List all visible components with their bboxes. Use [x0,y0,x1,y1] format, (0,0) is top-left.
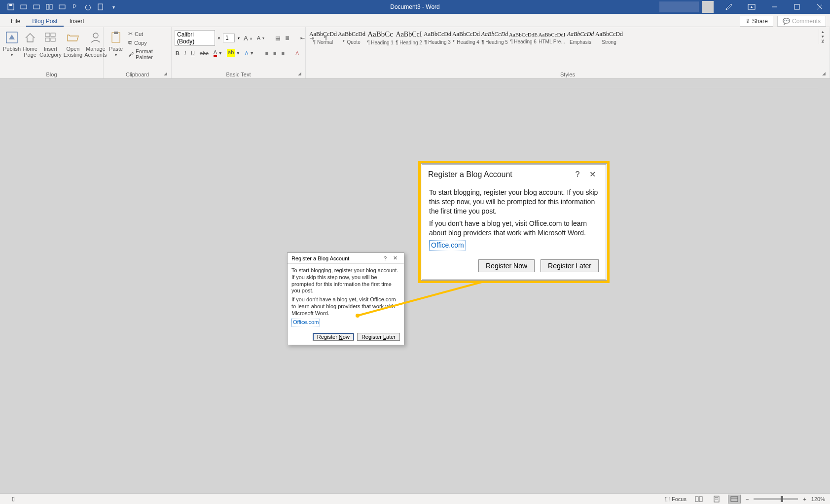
font-size-select[interactable]: 1 [223,34,235,42]
underline-button[interactable]: U [190,50,196,57]
font-name-select[interactable]: Calibri (Body) [175,30,215,46]
style-item[interactable]: AaBbCcDdStrong [595,29,623,46]
style-item[interactable]: AaBbCcDd¶ Heading 4 [452,29,480,46]
tab-file[interactable]: File [5,15,26,27]
register-now-button[interactable]: Register Now [313,333,354,341]
home-page-button[interactable]: Home Page [23,29,37,58]
text-effects-button[interactable]: A▾ [244,49,254,57]
callout-office-link[interactable]: Office.com [429,240,466,251]
publish-button[interactable]: Publish▾ [3,29,21,57]
style-name: ¶ Heading 5 [481,39,508,45]
callout-close-button[interactable]: ✕ [585,170,600,179]
status-left[interactable]: ▯ [0,496,15,502]
clipboard-launcher[interactable]: ◢ [164,71,170,77]
basic-text-launcher[interactable]: ◢ [298,71,304,77]
copy-button[interactable]: ⧉Copy [127,39,168,46]
tab-insert[interactable]: Insert [64,15,90,27]
zoom-slider[interactable] [754,498,798,500]
web-layout-button[interactable] [728,495,741,504]
group-label-blog: Blog [3,71,100,78]
align-right-button[interactable]: ≡ [281,50,286,57]
qat-icon-3[interactable] [33,3,40,11]
style-item[interactable]: AaBbCcDdEmphasis [566,29,595,46]
style-item[interactable]: AaBbCcDdE¶ Heading 6 [509,29,538,46]
bold-button[interactable]: B [175,50,180,57]
qat-icon-2[interactable] [20,3,28,11]
document-area[interactable]: Register a Blog Account ? ✕ To start blo… [0,79,830,490]
highlight-button[interactable]: ab▾ [226,49,241,57]
draw-mode-icon[interactable] [719,0,739,14]
cut-button[interactable]: ✂Cut [127,30,168,37]
page-top-edge [12,88,818,88]
style-item[interactable]: AaBbCcDdIHTML Pre... [538,29,566,46]
clear-formatting-button[interactable]: A [294,50,300,57]
decrease-indent-button[interactable]: ⇤ [299,35,306,42]
svg-point-18 [93,33,98,38]
strikethrough-button[interactable]: abc [199,50,210,57]
share-button[interactable]: ⇪Share [740,16,773,27]
publish-icon [4,30,19,45]
style-item[interactable]: AaBbCcI¶ Heading 2 [395,29,423,46]
align-center-button[interactable]: ≡ [272,50,277,57]
read-mode-button[interactable] [692,495,705,504]
callout-titlebar[interactable]: Register a Blog Account ? ✕ [422,165,606,184]
style-item[interactable]: AaBbCcDd¶ Heading 3 [423,29,452,46]
comments-button[interactable]: 💬Comments [777,16,826,27]
qat-icon-5[interactable] [58,3,66,11]
callout-text-1: To start blogging, register your blog ac… [429,188,599,216]
grow-font-button[interactable]: A▴ [243,34,253,42]
print-layout-button[interactable] [710,495,723,504]
user-name-block[interactable] [659,1,699,12]
zoom-thumb[interactable] [781,496,783,502]
svg-rect-3 [34,5,39,9]
style-item[interactable]: AaBbCcDd¶ Quote [337,29,366,46]
dialog-close-button[interactable]: ✕ [390,255,400,261]
shrink-font-button[interactable]: A▾ [256,35,265,41]
numbering-button[interactable]: ≣ [284,35,290,42]
tab-blog-post[interactable]: Blog Post [26,15,63,27]
paste-button[interactable]: Paste▾ [107,29,125,57]
group-label-basic-text: Basic Text [175,71,302,78]
new-doc-icon[interactable] [97,3,105,11]
style-preview: AaBbCcDd [338,31,365,38]
italic-button[interactable]: I [183,50,187,57]
zoom-level[interactable]: 120% [811,496,825,502]
styles-up-icon[interactable]: ▴ [819,29,827,34]
style-item[interactable]: AaBbCcDd¶ Heading 5 [480,29,509,46]
styles-scroll[interactable]: ▴ ▾ ⊻ [819,29,827,44]
office-link[interactable]: Office.com [291,319,320,326]
open-existing-button[interactable]: Open Existing [64,29,83,58]
callout-register-now-button[interactable]: Register Now [478,259,535,272]
ribbon-display-icon[interactable] [741,0,762,14]
dialog-help-button[interactable]: ? [380,255,390,261]
font-color-button[interactable]: A▾ [213,49,223,57]
align-left-button[interactable]: ≡ [264,50,269,57]
format-painter-button[interactable]: 🖌Format Painter [127,48,168,61]
zoom-out-button[interactable]: − [746,496,749,502]
insert-category-button[interactable]: Insert Category [39,29,62,58]
dialog-titlebar[interactable]: Register a Blog Account ? ✕ [288,253,404,264]
bullets-button[interactable]: ▤ [274,35,281,42]
focus-mode-button[interactable]: ⬚ Focus [664,495,687,503]
save-icon[interactable] [7,3,15,11]
callout-text-2: If you don't have a blog yet, visit Offi… [429,219,599,238]
register-later-button[interactable]: Register Later [357,333,400,341]
minimize-button[interactable] [764,0,785,14]
qat-icon-6[interactable] [71,3,79,11]
undo-icon[interactable] [84,3,92,11]
zoom-in-button[interactable]: + [803,496,806,502]
styles-more-icon[interactable]: ⊻ [819,39,827,44]
callout-help-button[interactable]: ? [570,170,585,179]
user-avatar[interactable] [702,1,714,13]
style-item[interactable]: AaBbCc¶ Heading 1 [366,29,395,46]
status-bar: ▯ ⬚ Focus − + 120% [0,493,830,504]
style-item[interactable]: AaBbCcDd¶ Normal [309,29,337,46]
qat-customize-icon[interactable]: ▾ [109,3,117,11]
styles-launcher[interactable]: ◢ [822,71,828,77]
styles-gallery[interactable]: AaBbCcDd¶ NormalAaBbCcDd¶ QuoteAaBbCc¶ H… [309,29,817,46]
maximize-button[interactable] [787,0,807,14]
close-button[interactable] [809,0,830,14]
callout-register-later-button[interactable]: Register Later [541,259,599,272]
styles-down-icon[interactable]: ▾ [819,34,827,39]
qat-icon-4[interactable] [45,3,53,11]
